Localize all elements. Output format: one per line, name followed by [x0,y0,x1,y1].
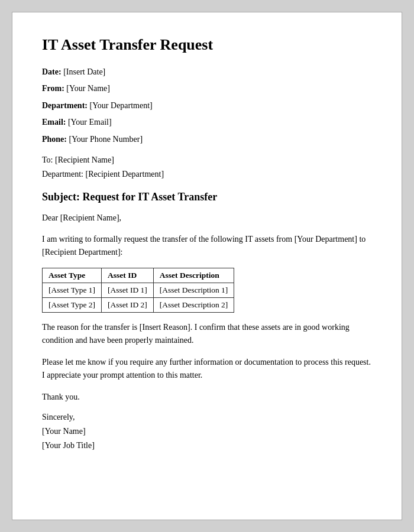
dept-to-field: Department: [Recipient Department] [42,167,372,181]
dept-from-value: [Your Department] [89,101,152,110]
phone-label: Phone: [42,135,67,144]
thank-you: Thank you. [42,390,372,404]
salutation: Dear [Recipient Name], [42,212,372,225]
sign-name: [Your Name] [42,424,372,439]
asset-desc-1: [Asset Description 1] [153,283,234,297]
asset-type-2: [Asset Type 2] [43,297,102,312]
dept-from-label: Department: [42,101,88,110]
asset-id-2: [Asset ID 2] [102,297,154,312]
body-paragraph1: I am writing to formally request the tra… [42,233,372,259]
email-value: [Your Email] [68,118,112,126]
sincerely: Sincerely, [42,410,372,424]
from-label: From: [42,84,64,93]
subject-heading: Subject: Request for IT Asset Transfer [42,191,372,203]
date-value: [Insert Date] [63,67,105,76]
col-header-asset-id: Asset ID [102,268,154,283]
col-header-asset-type: Asset Type [43,268,102,283]
date-field: Date: [Insert Date] [42,66,372,79]
to-value: [Recipient Name] [55,155,114,164]
dept-to-value: [Recipient Department] [85,170,164,179]
body-paragraph2: The reason for the transfer is [Insert R… [42,321,372,348]
col-header-asset-description: Asset Description [153,268,234,283]
table-row: [Asset Type 2] [Asset ID 2] [Asset Descr… [43,297,234,312]
asset-type-1: [Asset Type 1] [43,283,102,297]
to-field: To: [Recipient Name] [42,153,372,167]
to-label: To: [42,155,53,164]
from-value: [Your Name] [66,84,110,93]
email-field: Email: [Your Email] [42,116,372,129]
document-title: IT Asset Transfer Request [42,36,372,54]
phone-field: Phone: [Your Phone Number] [42,133,372,146]
document-container: IT Asset Transfer Request Date: [Insert … [12,12,402,520]
from-field: From: [Your Name] [42,82,372,95]
table-row: [Asset Type 1] [Asset ID 1] [Asset Descr… [43,283,234,297]
dept-to-label: Department: [42,170,83,179]
date-label: Date: [42,67,62,76]
body-paragraph3: Please let me know if you require any fu… [42,356,372,382]
phone-value: [Your Phone Number] [69,135,143,144]
dept-from-field: Department: [Your Department] [42,99,372,112]
email-label: Email: [42,118,66,126]
assets-table: Asset Type Asset ID Asset Description [A… [42,268,234,313]
asset-desc-2: [Asset Description 2] [153,297,234,312]
table-header-row: Asset Type Asset ID Asset Description [43,268,234,283]
to-section: To: [Recipient Name] Department: [Recipi… [42,153,372,181]
asset-id-1: [Asset ID 1] [102,283,154,297]
closing-section: Thank you. Sincerely, [Your Name] [Your … [42,390,372,452]
sign-title: [Your Job Title] [42,439,372,453]
